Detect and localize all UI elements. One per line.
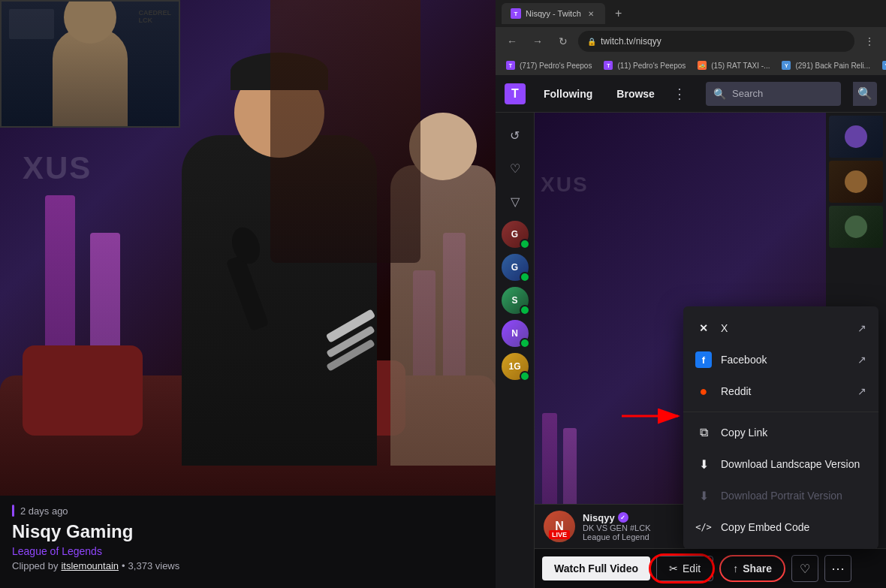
xus-overlay: XUS (23, 150, 92, 186)
new-tab-btn[interactable]: + (608, 3, 629, 24)
browser-tab-twitch[interactable]: T Nisqyy - Twitch ✕ (502, 3, 605, 24)
x-icon: ✕ (695, 320, 712, 336)
twitch-navbar: T Following Browse ⋮ 🔍 Search 🔍 (496, 75, 886, 113)
live-badge: LIVE (549, 530, 570, 539)
video-player[interactable]: XUS CAEDRELLCK (0, 0, 496, 496)
bookmark-5[interactable]: Y (7) Earth's Most Wa... (878, 58, 886, 73)
browser-bookmarks: T (717) Pedro's Peepos T (11) Pedro's Pe… (496, 56, 886, 75)
watch-full-video-btn[interactable]: Watch Full Video (542, 556, 650, 580)
share-reddit-item[interactable]: ● Reddit ↗ (683, 375, 878, 407)
share-btn[interactable]: ↑ Share (719, 555, 785, 582)
clipper-link[interactable]: itslemountain (61, 560, 119, 571)
download-landscape-item[interactable]: ⬇ Download Landscape Version (683, 448, 878, 480)
bookmark-label-3: (15) RAT TAXI -... (711, 62, 770, 70)
main-video-section: XUS CAEDRELLCK 2 days ago (0, 0, 496, 588)
twitch-ui-section: T Nisqyy - Twitch ✕ + ← → ↻ 🔒 twitch.tv/… (496, 0, 886, 588)
bookmark-label-4: (291) Back Pain Reli... (795, 62, 870, 70)
search-icon: 🔍 (713, 88, 726, 100)
extensions-btn[interactable]: ⋮ (859, 31, 880, 52)
reddit-icon: ● (695, 383, 712, 400)
tab-close-btn[interactable]: ✕ (586, 8, 596, 19)
sidebar-avatar-1[interactable]: G (502, 221, 529, 248)
share-label: Share (743, 562, 772, 574)
twitch-sidebar: ↺ ♡ ▽ G G S N (496, 113, 535, 588)
more-nav-btn[interactable]: ⋮ (673, 86, 686, 102)
download-landscape-label: Download Landscape Version (721, 458, 860, 470)
browser-controls: ← → ↻ 🔒 twitch.tv/nisqyy ⋮ (496, 27, 886, 56)
bookmark-label-1: (717) Pedro's Peepos (520, 62, 592, 70)
live-indicator-1 (520, 239, 530, 249)
timestamp-text: 2 days ago (20, 505, 68, 517)
bookmark-3[interactable]: 🚕 (15) RAT TAXI -... (693, 58, 774, 73)
sidebar-chevron-down-icon[interactable]: ▽ (502, 188, 529, 215)
bookmark-label-2: (11) Pedro's Peepos (617, 62, 686, 70)
preview-thumb-1[interactable] (829, 116, 883, 158)
x-label: X (721, 322, 728, 334)
facebook-icon: f (695, 351, 712, 368)
action-buttons-row: Watch Full Video ✂ Edit ↑ Share ♡ ⋯ (535, 548, 886, 588)
edit-icon: ✂ (669, 562, 678, 574)
lock-icon: 🔒 (587, 38, 596, 46)
facebook-external-icon: ↗ (857, 354, 866, 366)
forward-btn[interactable]: → (527, 31, 548, 52)
stream-xus-text: XUS (541, 173, 589, 197)
tab-label: Nisqyy - Twitch (526, 9, 581, 18)
bookmark-4[interactable]: Y (291) Back Pain Reli... (777, 58, 875, 73)
browse-nav-link[interactable]: Browse (610, 85, 661, 103)
url-text: twitch.tv/nisqyy (601, 36, 661, 47)
verified-badge: ✓ (618, 512, 628, 523)
share-facebook-item[interactable]: f Facebook ↗ (683, 344, 878, 375)
live-indicator-2 (520, 272, 530, 282)
views-count: 3,373 views (128, 560, 180, 571)
copy-link-item[interactable]: ⧉ Copy Link (683, 417, 878, 448)
clip-title: Nisqy Gaming (12, 521, 484, 542)
download-portrait-item: ⬇ Download Portrait Version (683, 480, 878, 511)
download-portrait-icon: ⬇ (695, 487, 712, 504)
live-indicator-5 (520, 371, 530, 381)
edit-btn[interactable]: ✂ Edit (656, 556, 713, 581)
browser-tab-bar: T Nisqyy - Twitch ✕ + (496, 0, 886, 27)
preview-thumb-2[interactable] (829, 161, 883, 203)
download-landscape-icon: ⬇ (695, 456, 712, 472)
address-bar[interactable]: 🔒 twitch.tv/nisqyy (578, 31, 854, 52)
embed-icon: </> (695, 519, 712, 535)
reddit-external-icon: ↗ (857, 385, 866, 397)
bookmark-1[interactable]: T (717) Pedro's Peepos (502, 58, 596, 73)
main-layout: XUS CAEDRELLCK 2 days ago (0, 0, 886, 588)
following-nav-link[interactable]: Following (538, 85, 598, 103)
reddit-label: Reddit (721, 385, 751, 397)
search-submit-btn[interactable]: 🔍 (853, 82, 877, 106)
facebook-label: Facebook (721, 354, 767, 366)
share-dropdown: ✕ X ↗ f Facebook ↗ (683, 306, 878, 549)
clip-game: League of Legends (12, 545, 484, 557)
refresh-btn[interactable]: ↻ (553, 31, 574, 52)
sidebar-heart-icon[interactable]: ♡ (502, 155, 529, 182)
red-arrow (622, 397, 689, 438)
clipped-by-label: Clipped by (12, 560, 58, 571)
twitch-content: ↺ ♡ ▽ G G S N (496, 113, 886, 588)
sidebar-avatar-4[interactable]: N (502, 320, 529, 347)
sidebar-avatar-2[interactable]: G (502, 254, 529, 281)
sidebar-avatar-3[interactable]: S (502, 287, 529, 314)
bookmark-2[interactable]: T (11) Pedro's Peepos (599, 58, 690, 73)
timestamp: 2 days ago (12, 505, 484, 517)
copy-embed-item[interactable]: </> Copy Embed Code (683, 511, 878, 543)
pip-webcam: CAEDRELLCK (0, 0, 180, 128)
download-portrait-label: Download Portrait Version (721, 490, 842, 502)
copy-link-icon: ⧉ (695, 424, 712, 441)
more-options-btn[interactable]: ⋯ (824, 555, 851, 582)
edit-label: Edit (683, 562, 701, 574)
x-external-icon: ↗ (857, 322, 866, 334)
sidebar-avatar-5[interactable]: 1G (502, 353, 529, 380)
sidebar-home-icon[interactable]: ↺ (502, 122, 529, 149)
preview-thumb-3[interactable] (829, 206, 883, 248)
back-btn[interactable]: ← (502, 31, 523, 52)
search-bar[interactable]: 🔍 Search (706, 82, 841, 106)
twitch-logo: T (505, 83, 526, 104)
share-x-item[interactable]: ✕ X ↗ (683, 312, 878, 344)
copy-link-label: Copy Link (721, 427, 767, 439)
browser-chrome: T Nisqyy - Twitch ✕ + ← → ↻ 🔒 twitch.tv/… (496, 0, 886, 75)
share-icon: ↑ (733, 562, 738, 574)
heart-btn[interactable]: ♡ (791, 555, 818, 582)
search-placeholder: Search (732, 88, 763, 99)
